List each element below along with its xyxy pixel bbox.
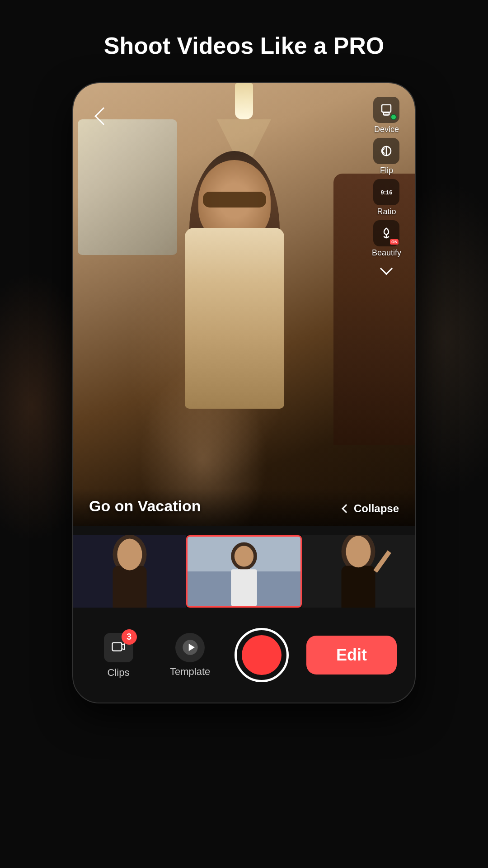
clips-label: Clips <box>108 667 130 679</box>
scene-title: Go on Vacation <box>89 497 201 515</box>
camera-view: Device Flip 9:16 <box>73 83 415 526</box>
toolbar-beautify[interactable]: ON Beautify <box>372 220 401 258</box>
svg-rect-18 <box>113 643 122 651</box>
record-inner <box>242 635 282 675</box>
toolbar-ratio[interactable]: 9:16 Ratio <box>373 179 399 217</box>
right-toolbar: Device Flip 9:16 <box>372 97 401 279</box>
clips-count-badge: 3 <box>122 629 137 645</box>
ratio-label: Ratio <box>377 207 396 217</box>
ratio-icon-bg: 9:16 <box>373 179 399 205</box>
template-label: Template <box>170 666 210 678</box>
flip-icon <box>380 144 393 158</box>
thumb-figure-2 <box>188 537 300 606</box>
back-arrow-icon <box>94 107 113 125</box>
clips-icon-bg: 3 <box>104 633 133 662</box>
beautify-label: Beautify <box>372 248 401 258</box>
thumbnail-2[interactable] <box>186 535 302 608</box>
svg-point-7 <box>117 539 142 571</box>
beautify-on-badge: ON <box>390 239 399 245</box>
thumb-figure-3 <box>302 535 415 608</box>
record-button[interactable] <box>235 628 289 682</box>
collapse-button[interactable]: Collapse <box>343 502 399 515</box>
clips-icon-container: 3 <box>103 632 134 663</box>
device-label: Device <box>374 125 399 134</box>
svg-point-16 <box>346 536 371 568</box>
ratio-value: 9:16 <box>380 189 392 195</box>
collapse-label: Collapse <box>354 502 399 515</box>
beautify-icon-bg: ON <box>373 220 399 246</box>
edit-button[interactable]: Edit <box>306 636 397 675</box>
thumb-bg-1 <box>73 535 186 608</box>
template-button[interactable]: Template <box>163 633 217 678</box>
device-active-indicator <box>390 114 397 120</box>
thumbnail-strip <box>73 526 415 617</box>
clips-button[interactable]: 3 Clips <box>91 632 145 679</box>
info-bar: Go on Vacation Collapse <box>73 488 415 526</box>
thumbnail-1[interactable] <box>73 535 186 608</box>
device-icon-bg <box>373 97 399 123</box>
svg-rect-0 <box>382 105 391 112</box>
back-button[interactable] <box>89 104 114 128</box>
thumbnail-3[interactable] <box>302 535 415 608</box>
page-title: Shoot Videos Like a PRO <box>104 32 384 60</box>
chevron-down-icon <box>380 262 393 275</box>
woman-figure <box>140 160 329 499</box>
bottom-controls: 3 Clips Template Edit <box>73 617 415 703</box>
flip-icon-bg <box>373 138 399 164</box>
svg-rect-12 <box>231 570 257 607</box>
beautify-icon <box>380 226 393 240</box>
toolbar-flip[interactable]: Flip <box>373 138 399 175</box>
template-icon-bg <box>175 633 205 662</box>
collapse-chevron-icon <box>342 504 351 513</box>
more-options-button[interactable] <box>373 261 399 279</box>
template-icon <box>181 638 199 656</box>
thumb-figure-1 <box>73 535 186 608</box>
sunglasses <box>203 192 266 208</box>
svg-rect-6 <box>113 566 147 608</box>
flip-label: Flip <box>380 166 393 175</box>
woman-body <box>185 228 284 409</box>
phone-frame: Device Flip 9:16 <box>72 82 416 703</box>
svg-rect-15 <box>342 566 375 608</box>
toolbar-device[interactable]: Device <box>373 97 399 134</box>
thumb-bg-3 <box>302 535 415 608</box>
svg-point-11 <box>235 546 253 567</box>
thumb-bg-2 <box>188 537 300 606</box>
